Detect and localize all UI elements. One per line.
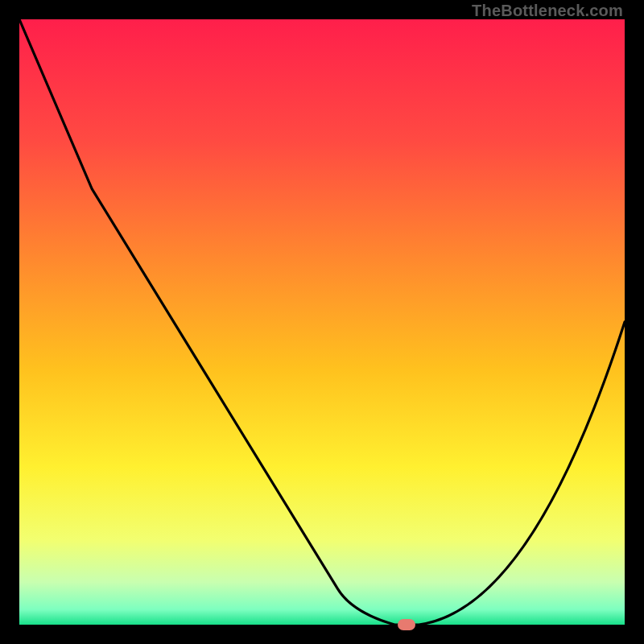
bottleneck-chart: TheBottleneck.com	[0, 0, 644, 644]
optimal-point-marker	[398, 619, 415, 630]
curve-layer	[19, 19, 625, 625]
watermark-text: TheBottleneck.com	[472, 2, 623, 20]
plot-area	[19, 19, 625, 625]
bottleneck-curve-path	[19, 19, 625, 625]
